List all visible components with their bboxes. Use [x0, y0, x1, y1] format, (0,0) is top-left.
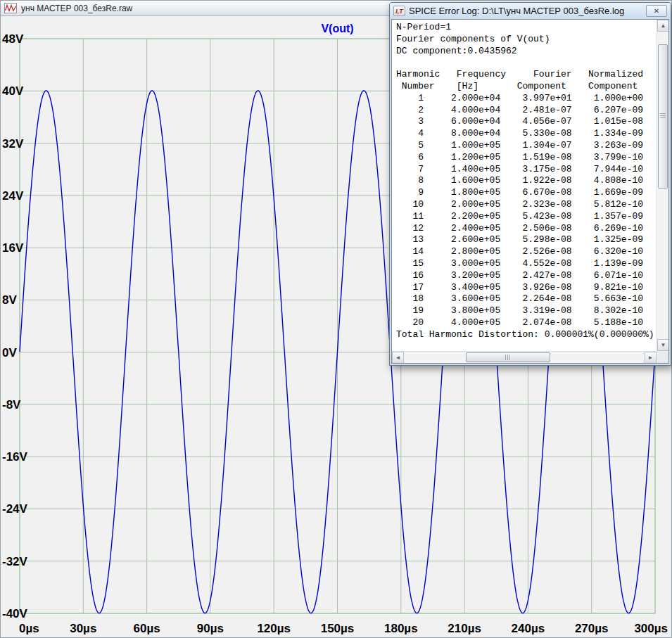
- error-log-title: SPICE Error Log: D:\LT\унч МАСТЕР 003_бе…: [409, 6, 642, 16]
- horizontal-scrollbar[interactable]: ◄ ►: [392, 351, 657, 363]
- ltspice-logo-icon: LT: [393, 6, 405, 16]
- close-button[interactable]: ✕: [646, 5, 667, 17]
- scrollbar-corner: [657, 351, 668, 363]
- y-tick-label: -24V: [2, 502, 28, 516]
- y-tick-label: -16V: [2, 450, 28, 464]
- scroll-up-button[interactable]: ▲: [657, 20, 669, 32]
- scroll-down-icon: ▼: [661, 342, 666, 348]
- scroll-right-icon: ►: [648, 355, 654, 361]
- error-log-text: N-Period=1 Fourier components of V(out) …: [392, 20, 668, 343]
- y-tick-label: 0V: [2, 346, 17, 359]
- scrollbar-grip: [660, 113, 666, 120]
- y-tick-label: -8V: [2, 398, 21, 411]
- x-tick-label: 0µs: [19, 622, 39, 635]
- y-tick-label: -40V: [2, 607, 28, 620]
- x-tick-label: 300µs: [634, 622, 668, 635]
- y-tick-label: -32V: [2, 555, 28, 568]
- y-tick-label: 24V: [2, 189, 24, 203]
- scrollbar-grip: [505, 355, 512, 360]
- y-tick-label: 16V: [2, 241, 24, 255]
- y-tick-label: 8V: [2, 293, 17, 307]
- x-tick-label: 60µs: [134, 622, 160, 635]
- x-tick-label: 240µs: [512, 622, 545, 635]
- x-tick-label: 180µs: [384, 622, 418, 635]
- vertical-scrollbar-thumb[interactable]: [658, 44, 668, 189]
- scroll-left-button[interactable]: ◄: [392, 352, 404, 364]
- scroll-right-button[interactable]: ►: [645, 352, 657, 364]
- x-tick-label: 90µs: [197, 622, 224, 635]
- scroll-up-icon: ▲: [661, 23, 666, 29]
- x-tick-label: 120µs: [257, 622, 291, 635]
- plot-window-title: унч МАСТЕР 003_безRe.raw: [21, 4, 132, 13]
- ltspice-app-window: унч МАСТЕР 003_безRe.raw V(out) 48V40V32…: [0, 0, 672, 638]
- x-tick-label: 30µs: [70, 622, 96, 635]
- vertical-scrollbar[interactable]: ▲ ▼: [657, 20, 668, 351]
- y-tick-label: 32V: [2, 137, 24, 151]
- error-log-titlebar[interactable]: LT SPICE Error Log: D:\LT\унч МАСТЕР 003…: [390, 3, 671, 19]
- horizontal-scrollbar-thumb[interactable]: [466, 352, 550, 362]
- x-tick-label: 150µs: [321, 622, 355, 635]
- scroll-left-icon: ◄: [395, 355, 401, 361]
- x-tick-label: 210µs: [448, 622, 481, 635]
- waveform-icon: [4, 3, 17, 13]
- spice-error-log-window[interactable]: LT SPICE Error Log: D:\LT\унч МАСТЕР 003…: [389, 2, 671, 366]
- y-tick-label: 40V: [2, 84, 24, 98]
- close-icon: ✕: [654, 7, 659, 15]
- x-tick-label: 270µs: [575, 622, 609, 635]
- error-log-content: N-Period=1 Fourier components of V(out) …: [391, 19, 669, 364]
- scroll-down-button[interactable]: ▼: [657, 339, 669, 351]
- y-tick-label: 48V: [2, 32, 24, 46]
